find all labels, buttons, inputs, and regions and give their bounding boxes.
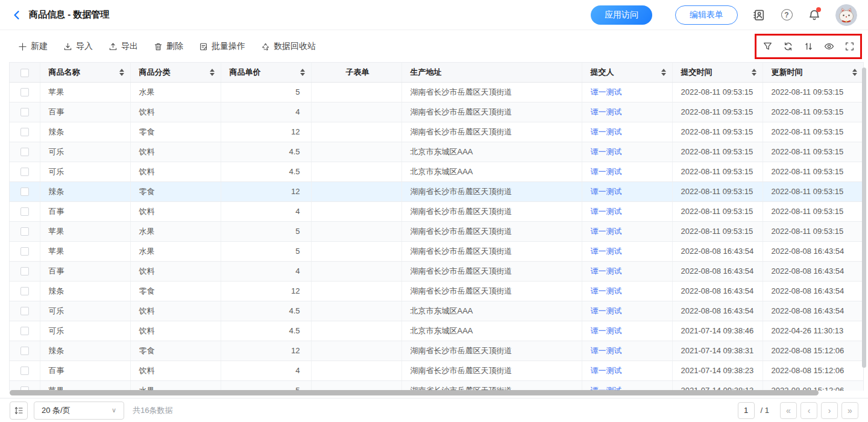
row-checkbox[interactable] xyxy=(20,267,29,276)
cell-submitter[interactable]: 谭一测试 xyxy=(582,181,672,201)
table-row[interactable]: 可乐饮料4.5北京市东城区AAA谭一测试2022-08-08 16:43:542… xyxy=(10,301,863,321)
cell-submitter[interactable]: 谭一测试 xyxy=(582,122,672,142)
row-checkbox[interactable] xyxy=(20,148,29,156)
cell-submitter[interactable]: 谭一测试 xyxy=(582,162,672,181)
row-checkbox[interactable] xyxy=(20,287,29,295)
cell-submitter[interactable]: 谭一测试 xyxy=(582,261,672,281)
column-header-update_time[interactable]: 更新时间 xyxy=(763,63,863,82)
vertical-scrollbar[interactable] xyxy=(862,68,866,368)
last-page-button[interactable]: » xyxy=(841,402,858,419)
sort-carets-icon[interactable] xyxy=(661,69,666,76)
table-row[interactable]: 可乐饮料4.5北京市东城区AAA谭一测试2021-07-14 09:38:462… xyxy=(10,321,863,341)
avatar[interactable] xyxy=(835,4,857,26)
table-row[interactable]: 苹果水果5湖南省长沙市岳麓区天顶街道谭一测试2022-08-11 09:53:1… xyxy=(10,82,863,102)
cell-submitter[interactable]: 谭一测试 xyxy=(582,241,672,261)
cell-submitter[interactable]: 谭一测试 xyxy=(582,380,672,391)
sort-carets-icon[interactable] xyxy=(852,69,857,76)
table-body: 苹果水果5湖南省长沙市岳麓区天顶街道谭一测试2022-08-11 09:53:1… xyxy=(10,82,863,391)
column-header-submit_time[interactable]: 提交时间 xyxy=(672,63,763,82)
row-checkbox[interactable] xyxy=(20,168,29,176)
row-checkbox[interactable] xyxy=(20,207,29,216)
horizontal-scrollbar[interactable] xyxy=(10,390,819,395)
table-row[interactable]: 可乐饮料4.5北京市东城区AAA谭一测试2022-08-11 09:53:152… xyxy=(10,142,863,162)
cell-submitter[interactable]: 谭一测试 xyxy=(582,142,672,162)
bell-icon[interactable] xyxy=(808,8,821,22)
prev-page-button[interactable]: ‹ xyxy=(800,402,817,419)
table-row[interactable]: 苹果水果5湖南省长沙市岳麓区天顶街道谭一测试2021-07-14 09:38:1… xyxy=(10,380,863,391)
table-row[interactable]: 辣条零食12湖南省长沙市岳麓区天顶街道谭一测试2021-07-14 09:38:… xyxy=(10,341,863,361)
row-height-button[interactable] xyxy=(10,402,28,420)
row-checkbox[interactable] xyxy=(20,307,29,315)
row-checkbox[interactable] xyxy=(20,187,29,196)
contacts-icon[interactable] xyxy=(752,8,766,22)
cell-address: 北京市东城区AAA xyxy=(401,162,582,181)
table-row[interactable]: 百事饮料4湖南省长沙市岳麓区天顶街道谭一测试2022-08-11 09:53:1… xyxy=(10,201,863,221)
edit-form-button[interactable]: 编辑表单 xyxy=(675,5,738,25)
back-icon[interactable] xyxy=(11,9,23,21)
table-row[interactable]: 辣条零食12湖南省长沙市岳麓区天顶街道谭一测试2022-08-11 09:53:… xyxy=(10,181,863,201)
import-button[interactable]: 导入 xyxy=(63,41,93,52)
cell-subform xyxy=(311,281,401,301)
cell-submitter[interactable]: 谭一测试 xyxy=(582,102,672,122)
table-row[interactable]: 百事饮料4湖南省长沙市岳麓区天顶街道谭一测试2022-08-08 16:43:5… xyxy=(10,261,863,281)
app-access-button[interactable]: 应用访问 xyxy=(591,5,652,25)
next-page-button[interactable]: › xyxy=(821,402,838,419)
row-checkbox[interactable] xyxy=(20,347,29,355)
delete-button[interactable]: 删除 xyxy=(154,41,183,52)
export-button[interactable]: 导出 xyxy=(108,41,138,52)
select-all-checkbox[interactable] xyxy=(20,69,29,77)
table-row[interactable]: 苹果水果5湖南省长沙市岳麓区天顶街道谭一测试2022-08-11 09:53:1… xyxy=(10,221,863,241)
column-header-submitter[interactable]: 提交人 xyxy=(582,63,672,82)
filter-icon[interactable] xyxy=(763,42,773,52)
cell-submitter[interactable]: 谭一测试 xyxy=(582,221,672,241)
first-page-button[interactable]: « xyxy=(780,402,797,419)
cell-submit_time: 2022-08-11 09:53:15 xyxy=(672,142,763,162)
row-checkbox[interactable] xyxy=(20,108,29,116)
cell-submitter[interactable]: 谭一测试 xyxy=(582,361,672,380)
sort-icon[interactable] xyxy=(804,42,814,52)
table-row[interactable]: 辣条零食12湖南省长沙市岳麓区天顶街道谭一测试2022-08-08 16:43:… xyxy=(10,281,863,301)
row-checkbox[interactable] xyxy=(20,227,29,236)
batch-operation-label: 批量操作 xyxy=(212,41,245,52)
batch-operation-button[interactable]: 批量操作 xyxy=(199,41,245,52)
row-checkbox[interactable] xyxy=(20,367,29,375)
cell-update_time: 2022-08-08 16:43:54 xyxy=(763,281,863,301)
page-input[interactable] xyxy=(738,402,755,419)
row-checkbox[interactable] xyxy=(20,128,29,136)
cell-name: 百事 xyxy=(40,361,130,380)
cell-update_time: 2022-08-11 09:53:15 xyxy=(763,142,863,162)
column-header-name[interactable]: 商品名称 xyxy=(40,63,130,82)
total-count-text: 共16条数据 xyxy=(133,405,172,416)
page-size-select[interactable]: 20 条/页 ∨ xyxy=(34,402,124,420)
table-row[interactable]: 辣条零食12湖南省长沙市岳麓区天顶街道谭一测试2022-08-11 09:53:… xyxy=(10,122,863,142)
table-row[interactable]: 苹果水果5湖南省长沙市岳麓区天顶街道谭一测试2022-08-08 16:43:5… xyxy=(10,241,863,261)
cell-name: 辣条 xyxy=(40,122,130,142)
column-header-price[interactable]: 商品单价 xyxy=(221,63,311,82)
cell-submitter[interactable]: 谭一测试 xyxy=(582,201,672,221)
row-checkbox[interactable] xyxy=(20,327,29,335)
cell-submitter[interactable]: 谭一测试 xyxy=(582,82,672,102)
help-icon[interactable]: ? xyxy=(780,8,793,22)
cell-submitter[interactable]: 谭一测试 xyxy=(582,301,672,321)
sort-carets-icon[interactable] xyxy=(752,69,756,76)
sort-carets-icon[interactable] xyxy=(210,69,215,76)
new-button[interactable]: 新建 xyxy=(18,41,48,52)
refresh-icon[interactable] xyxy=(783,42,793,52)
table-row[interactable]: 百事饮料4湖南省长沙市岳麓区天顶街道谭一测试2021-07-14 09:38:2… xyxy=(10,361,863,380)
column-label: 商品名称 xyxy=(49,67,80,78)
column-header-category[interactable]: 商品分类 xyxy=(130,63,221,82)
cell-submitter[interactable]: 谭一测试 xyxy=(582,281,672,301)
sort-carets-icon[interactable] xyxy=(300,69,305,76)
cell-submitter[interactable]: 谭一测试 xyxy=(582,341,672,361)
visibility-icon[interactable] xyxy=(824,42,834,52)
cell-submit_time: 2022-08-08 16:43:54 xyxy=(672,301,763,321)
row-checkbox[interactable] xyxy=(20,247,29,256)
sort-carets-icon[interactable] xyxy=(119,69,124,76)
table-row[interactable]: 百事饮料4湖南省长沙市岳麓区天顶街道谭一测试2022-08-11 09:53:1… xyxy=(10,102,863,122)
table-row[interactable]: 可乐饮料4.5北京市东城区AAA谭一测试2022-08-11 09:53:152… xyxy=(10,162,863,181)
cell-submitter[interactable]: 谭一测试 xyxy=(582,321,672,341)
recycle-bin-button[interactable]: 数据回收站 xyxy=(261,41,316,52)
cell-submit_time: 2021-07-14 09:38:31 xyxy=(672,341,763,361)
fullscreen-icon[interactable] xyxy=(844,42,855,52)
row-checkbox[interactable] xyxy=(20,88,29,96)
